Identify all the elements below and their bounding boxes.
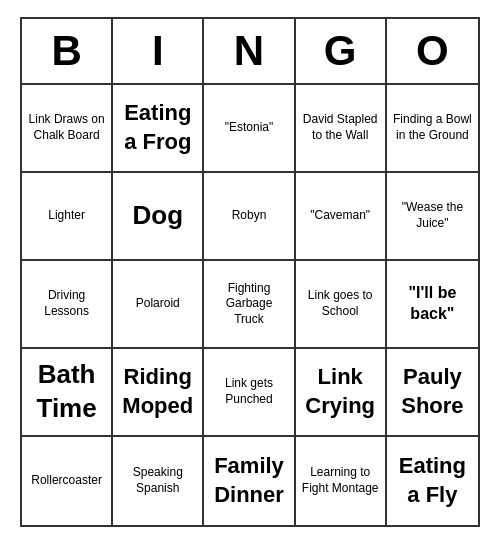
bingo-cell-4: Finding a Bowl in the Ground (387, 85, 478, 173)
bingo-cell-15: Bath Time (22, 349, 113, 437)
bingo-grid: Link Draws on Chalk BoardEating a Frog"E… (22, 85, 478, 525)
bingo-cell-1: Eating a Frog (113, 85, 204, 173)
bingo-letter-b: B (22, 19, 113, 83)
bingo-cell-17: Link gets Punched (204, 349, 295, 437)
bingo-cell-6: Dog (113, 173, 204, 261)
bingo-cell-10: Driving Lessons (22, 261, 113, 349)
bingo-cell-20: Rollercoaster (22, 437, 113, 525)
bingo-cell-23: Learning to Fight Montage (296, 437, 387, 525)
bingo-letter-n: N (204, 19, 295, 83)
bingo-cell-9: "Wease the Juice" (387, 173, 478, 261)
bingo-cell-18: Link Crying (296, 349, 387, 437)
bingo-cell-19: Pauly Shore (387, 349, 478, 437)
bingo-letter-g: G (296, 19, 387, 83)
bingo-cell-22: Family Dinner (204, 437, 295, 525)
bingo-cell-11: Polaroid (113, 261, 204, 349)
bingo-cell-12: Fighting Garbage Truck (204, 261, 295, 349)
bingo-card: BINGO Link Draws on Chalk BoardEating a … (20, 17, 480, 527)
bingo-cell-2: "Estonia" (204, 85, 295, 173)
bingo-header: BINGO (22, 19, 478, 85)
bingo-cell-0: Link Draws on Chalk Board (22, 85, 113, 173)
bingo-cell-5: Lighter (22, 173, 113, 261)
bingo-cell-21: Speaking Spanish (113, 437, 204, 525)
bingo-letter-o: O (387, 19, 478, 83)
bingo-cell-3: David Stapled to the Wall (296, 85, 387, 173)
bingo-cell-8: "Caveman" (296, 173, 387, 261)
bingo-cell-16: Riding Moped (113, 349, 204, 437)
bingo-cell-13: Link goes to School (296, 261, 387, 349)
bingo-cell-7: Robyn (204, 173, 295, 261)
bingo-cell-24: Eating a Fly (387, 437, 478, 525)
bingo-letter-i: I (113, 19, 204, 83)
bingo-cell-14: "I'll be back" (387, 261, 478, 349)
